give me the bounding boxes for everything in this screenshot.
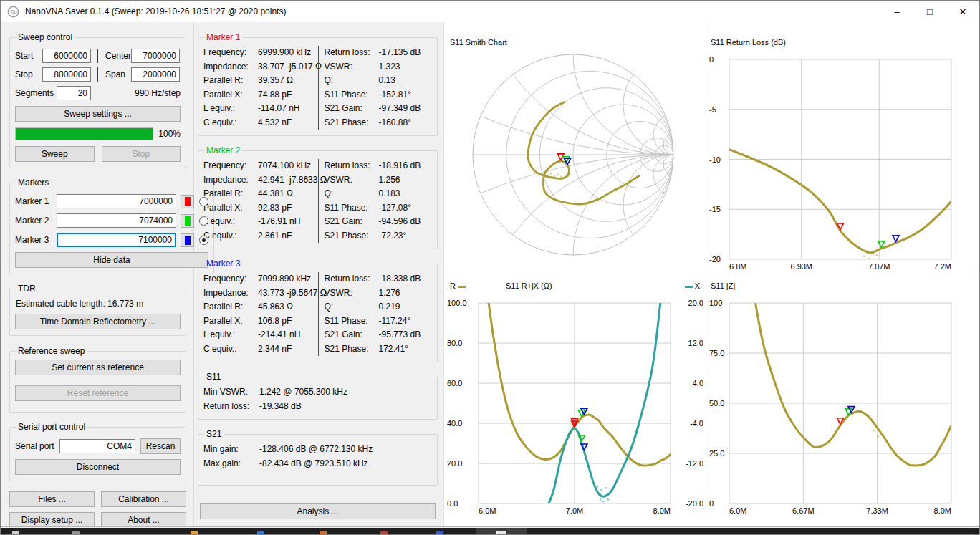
marker-2-row: Marker 2 xyxy=(15,213,208,228)
data-row-label: Return loss: xyxy=(325,46,379,60)
hide-data-button[interactable]: Hide data xyxy=(15,252,208,268)
svg-text:6.67M: 6.67M xyxy=(792,506,815,515)
svg-text:20.0: 20.0 xyxy=(447,459,462,468)
marker-2-frequency-input[interactable] xyxy=(57,213,176,228)
display-setup-button[interactable]: Display setup ... xyxy=(9,512,95,528)
data-row-label: VSWR: xyxy=(325,60,379,74)
svg-text:-15: -15 xyxy=(709,205,721,213)
calibration-button[interactable]: Calibration ... xyxy=(101,491,186,507)
close-button[interactable]: ✕ xyxy=(946,1,979,22)
set-reference-button[interactable]: Set current as reference xyxy=(15,360,181,375)
svg-text:0.0: 0.0 xyxy=(447,499,458,508)
sweep-settings-button[interactable]: Sweep settings ... xyxy=(15,106,181,122)
rescan-button[interactable]: Rescan xyxy=(140,438,181,454)
marker-1-color-swatch xyxy=(185,197,191,206)
data-row-label: Return loss: xyxy=(325,159,379,173)
stop-button[interactable]: Stop xyxy=(102,146,181,162)
data-row: Frequency:6999.900 kHz xyxy=(203,46,318,60)
charts-area: S11 Smith Chart S11 Return Loss (dB) 0-5… xyxy=(444,22,979,528)
data-row-label: Parallel R: xyxy=(203,74,258,88)
marker-3-frequency-input[interactable] xyxy=(57,233,176,247)
data-row: S11 Phase:-152.81° xyxy=(325,88,433,102)
minimize-button[interactable]: – xyxy=(880,1,913,22)
data-row-label: Q: xyxy=(325,187,379,201)
data-row: Max gain:-82.434 dB @ 7923.510 kHz xyxy=(203,457,432,471)
data-row-value: 0.13 xyxy=(379,74,433,88)
taskbar-icon-pinned-app-5[interactable] xyxy=(436,531,443,534)
marker-2-color-button[interactable] xyxy=(181,214,194,228)
r-plus-jx-chart[interactable]: R S11 R+jX (Ω) X 100.080.060.040.020.00.… xyxy=(444,271,706,521)
marker-2-radio[interactable] xyxy=(199,216,208,226)
svg-text:50.0: 50.0 xyxy=(709,399,724,408)
app-icon xyxy=(7,6,19,18)
tdr-button[interactable]: Time Domain Reflectometry ... xyxy=(15,314,181,329)
serial-port-input[interactable] xyxy=(59,439,135,453)
marker-2-right-column: Return loss:-18.916 dBVSWR:1.256Q:0.183S… xyxy=(318,159,433,243)
files-button[interactable]: Files ... xyxy=(9,491,95,507)
taskbar-active-app[interactable] xyxy=(476,528,527,534)
data-row-value: 39.357 Ω xyxy=(258,74,318,88)
marker-1-color-button[interactable] xyxy=(181,195,194,208)
data-row: S21 Gain:-97.349 dB xyxy=(325,102,433,116)
disconnect-button[interactable]: Disconnect xyxy=(15,459,181,475)
data-row-value: -97.349 dB xyxy=(379,102,433,116)
data-row-value: -176.91 nH xyxy=(258,215,318,229)
data-row: C equiv.:2.861 nF xyxy=(203,229,318,244)
stop-input[interactable] xyxy=(42,67,91,82)
main-content: Sweep control Start Center Stop Span Se xyxy=(1,22,979,528)
taskbar-icon-start[interactable] xyxy=(12,531,19,534)
marker-3-radio[interactable] xyxy=(199,236,208,245)
data-row: S11 Phase:-117.24° xyxy=(325,314,433,329)
start-input[interactable] xyxy=(42,49,91,63)
data-row: Return loss:-19.348 dB xyxy=(203,400,432,414)
return-loss-chart[interactable]: S11 Return Loss (dB) 0-5-10-15-206.8M6.9… xyxy=(706,22,976,271)
markers-group: Markers Marker 1 Marker 2 Marker 3 xyxy=(9,178,214,274)
z-magnitude-chart[interactable]: S11 |Z| 10075.050.025.006.0M6.67M7.33M8.… xyxy=(706,271,976,521)
data-row-value: -152.81° xyxy=(379,88,433,102)
svg-text:7.07M: 7.07M xyxy=(868,262,890,271)
center-input[interactable] xyxy=(131,49,180,63)
data-row-label: S21 Phase: xyxy=(325,116,379,130)
data-row-value: -82.434 dB @ 7923.510 kHz xyxy=(259,457,432,471)
data-row-value: 6999.900 kHz xyxy=(258,46,318,60)
taskbar-icon-search[interactable] xyxy=(72,531,80,534)
reset-reference-button[interactable]: Reset reference xyxy=(15,385,181,401)
data-row: Parallel X:92.83 pF xyxy=(203,201,318,216)
data-row-label: C equiv.: xyxy=(203,229,258,244)
s11-summary-group: S11 Min VSWR:1.242 @ 7055.300 kHzReturn … xyxy=(198,372,438,420)
sweep-button[interactable]: Sweep xyxy=(15,146,95,162)
smith-chart[interactable]: S11 Smith Chart xyxy=(444,22,706,271)
data-row-value: 38.707 -j5.017 Ω xyxy=(258,60,322,74)
segments-input[interactable] xyxy=(57,86,91,100)
data-row-value: 106.8 pF xyxy=(258,314,318,329)
taskbar[interactable] xyxy=(1,528,979,534)
data-row-label: S11 Phase: xyxy=(325,201,379,216)
about-button[interactable]: About ... xyxy=(101,512,186,528)
marker-3-color-button[interactable] xyxy=(181,233,194,247)
marker-1-radio[interactable] xyxy=(199,197,208,206)
marker-2-color-swatch xyxy=(185,216,191,226)
data-row-value: 1.323 xyxy=(379,60,433,74)
taskbar-icon-pinned-app-4[interactable] xyxy=(380,531,388,534)
analysis-button[interactable]: Analysis ... xyxy=(200,503,436,519)
data-row-label: Impedance: xyxy=(203,173,258,188)
data-row: Q:0.219 xyxy=(325,300,433,314)
data-row-value: -17.135 dB xyxy=(379,46,433,60)
span-input[interactable] xyxy=(131,67,180,82)
taskbar-icon-pinned-app-3[interactable] xyxy=(320,531,327,534)
marker-3-left-column: Frequency:7099.890 kHzImpedance:43.773 -… xyxy=(203,272,318,356)
marker-1-frequency-input[interactable] xyxy=(57,194,176,208)
maximize-button[interactable]: □ xyxy=(913,1,946,22)
data-row: S21 Phase:-72.23° xyxy=(325,229,433,244)
taskbar-icon-pinned-app-2[interactable] xyxy=(257,531,264,534)
taskbar-icon-pinned-app-1[interactable] xyxy=(191,531,198,534)
data-row-value: -72.23° xyxy=(379,229,433,244)
data-row-label: VSWR: xyxy=(325,286,379,301)
svg-text:7.0M: 7.0M xyxy=(566,506,583,515)
s21-summary-legend: S21 xyxy=(204,429,224,439)
svg-text:-12.0: -12.0 xyxy=(686,459,703,468)
serial-port-legend: Serial port control xyxy=(16,422,87,432)
nanovna-saver-window: NanoVNA Saver 0.1.4 (Sweep: 2019-10-26 1… xyxy=(0,0,980,535)
data-row-value: -95.773 dB xyxy=(379,328,433,342)
marker-3-row: Marker 3 xyxy=(15,233,208,247)
